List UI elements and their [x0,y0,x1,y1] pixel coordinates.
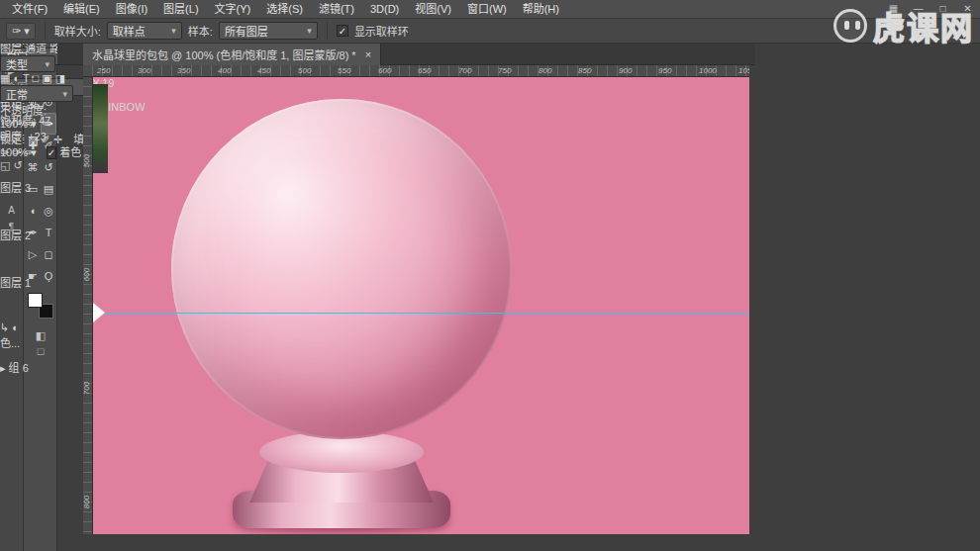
ruler-label: 800 [539,66,551,75]
watermark: 虎课网 [833,3,974,48]
document-title: 水晶球里的包包 @ 100% (色相/饱和度 1, 图层蒙版/8) * [92,46,356,62]
lock-pixels-icon[interactable]: ✐ [42,134,50,145]
layer-thumbnail[interactable] [0,387,40,405]
sample-scope-value: 所有图层 [225,23,268,39]
blend-mode-value: 正常 [6,86,28,102]
clipping-mask-arrow-icon: ↳ [0,321,9,333]
ruler-label: 700 [458,66,471,75]
layer-thumbnail[interactable] [0,159,40,173]
layer-name[interactable]: 图层 1 [0,277,31,289]
guide-line[interactable] [93,313,749,314]
ruler-label: 1050 [738,66,749,75]
vertical-ruler: 500 600 700 800 [83,77,93,534]
chevron-down-icon: ▾ [31,118,37,130]
filter-type-icon[interactable]: T [23,72,30,84]
lock-position-icon[interactable]: ✛ [53,134,62,145]
sample-size-value: 取样点 [113,23,146,39]
ruler-label: 900 [619,66,632,75]
menu-edit[interactable]: 编辑(E) [55,0,108,18]
background-photo-sliver [93,84,108,173]
chevron-down-icon: ▾ [307,26,312,36]
ruler-label: 400 [218,66,231,75]
crystal-ball-sphere [171,99,512,439]
ruler-label: 500 [83,154,91,167]
tool-preset-chip[interactable]: ✑ ▾ [6,23,36,40]
filter-kind-select[interactable]: 类型 ▾ [0,55,55,72]
document-canvas[interactable]: ¥ 19 6 RAINBOW [93,77,749,534]
menu-select[interactable]: 选择(S) [258,0,311,18]
adjustment-layer-icon[interactable]: ◐ [12,321,19,333]
ruler-label: 550 [338,66,350,75]
chevron-down-icon: ▾ [171,26,176,36]
show-sampling-ring-checkbox[interactable]: ✓ [337,25,348,37]
menu-layer[interactable]: 图层(L) [155,0,206,18]
filter-shape-icon[interactable]: □ [33,72,40,84]
ruler-label: 600 [378,66,391,75]
sample-size-label: 取样大小: [54,23,101,39]
menu-image[interactable]: 图像(I) [108,0,155,18]
reference-photo: ¥ 19 [93,77,749,89]
chevron-down-icon: ▾ [62,89,67,99]
group-name[interactable]: 组 6 [9,362,29,374]
sample-scope-select[interactable]: 所有图层 ▾ [219,22,318,40]
show-sampling-ring-label: 显示取样环 [354,23,409,39]
layer-name[interactable]: 图层 3 [0,182,31,194]
chevron-down-icon: ▾ [24,25,30,38]
ruler-label: 300 [138,66,150,75]
tab-close-icon[interactable]: × [365,48,371,60]
ruler-label: 500 [298,66,311,75]
signature-graphic: 6 [93,89,749,101]
document-tab-bar: 水晶球里的包包 @ 100% (色相/饱和度 1, 图层蒙版/8) * × [57,44,755,65]
foreground-color-swatch[interactable] [28,293,43,308]
filter-smart-object-icon[interactable]: ▣ [42,72,51,84]
horizontal-ruler: 250 300 350 400 450 500 550 600 650 700 … [83,65,749,77]
document-tab[interactable]: 水晶球里的包包 @ 100% (色相/饱和度 1, 图层蒙版/8) * × [83,44,381,65]
filter-toggle-icon[interactable]: ◨ [55,72,65,84]
filter-kind-value: 类型 [6,56,28,72]
photoshop-window: 文件(F) 编辑(E) 图像(I) 图层(L) 文字(Y) 选择(S) 滤镜(T… [0,0,980,551]
ruler-label: 450 [257,66,270,75]
opacity-value: 100% [0,118,28,130]
ruler-label: 650 [418,66,431,75]
menu-type[interactable]: 文字(Y) [207,0,259,18]
ruler-label: 950 [658,66,671,75]
pedestal-lower-tier [243,384,441,433]
lock-transparency-icon[interactable]: ▨ [28,134,38,145]
ruler-label: 850 [578,66,591,75]
layer-name[interactable]: 图层 2 [0,230,31,241]
menu-filter[interactable]: 滤镜(T) [311,0,362,18]
layer-name[interactable]: 色... [0,337,20,349]
ruler-label: 800 [83,496,91,508]
menu-help[interactable]: 帮助(H) [515,0,567,18]
menu-view[interactable]: 视图(V) [407,0,459,18]
ruler-label: 750 [498,66,511,75]
ruler-label: 600 [83,268,91,281]
watermark-text: 虎课网 [873,3,974,48]
menu-3d[interactable]: 3D(D) [362,0,407,18]
divider [45,22,46,40]
ruler-label: 250 [97,66,110,75]
blend-mode-select[interactable]: 正常 ▾ [0,85,73,102]
price-text: ¥ 19 [93,77,749,89]
opacity-label: 不透明度: [0,105,47,117]
filter-pixel-icon[interactable]: ▦ [0,72,10,84]
side-vertical-text: RAINBOW [93,101,749,113]
lock-label: 锁定: [0,134,25,145]
chevron-down-icon: ▾ [45,59,49,69]
tab-channels[interactable]: 通道 [25,43,47,54]
menu-file[interactable]: 文件(F) [4,0,55,18]
watermark-logo-icon [833,9,867,43]
ruler-label: 1000 [699,66,717,75]
tab-layers[interactable]: 图层 [0,43,22,54]
ruler-label: 350 [177,66,190,75]
divider [327,22,328,40]
filter-adjustment-icon[interactable]: ◐ [13,72,20,84]
menu-window[interactable]: 窗口(W) [459,0,515,18]
sample-size-select[interactable]: 取样点 ▾ [107,22,182,40]
guide-marker [93,303,105,322]
eyedropper-icon: ✑ [12,25,21,38]
group-expand-icon[interactable]: ▸ [0,362,6,374]
ruler-label: 700 [83,382,91,395]
sample-scope-label: 样本: [188,23,213,39]
chevron-down-icon: ▾ [31,146,37,158]
